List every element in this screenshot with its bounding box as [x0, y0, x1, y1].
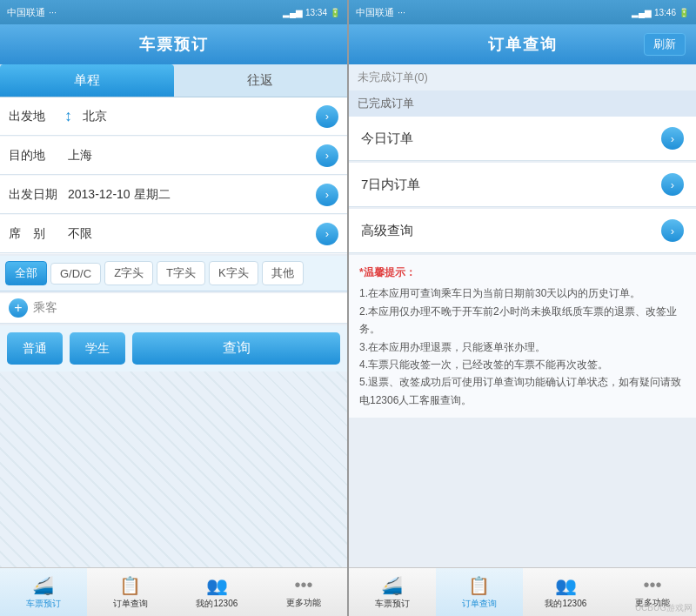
- left-time: 13:34: [305, 8, 327, 17]
- right-carrier: 中国联通: [356, 6, 394, 19]
- right-dots: ···: [398, 7, 405, 17]
- left-signal-icon: ▂▄▆: [283, 8, 303, 17]
- add-passenger-button[interactable]: +: [9, 298, 28, 318]
- form-area: 出发地 ↕ 北京 › 目的地 上海 › 出发日期 2013-12-10 星期二 …: [0, 97, 347, 254]
- filter-all[interactable]: 全部: [5, 261, 47, 285]
- right-nav-ticket-label: 车票预订: [375, 598, 410, 610]
- order-icon: 📋: [119, 575, 141, 596]
- filter-gdc[interactable]: G/D/C: [50, 263, 101, 285]
- right-nav-my-label: 我的12306: [545, 598, 586, 610]
- seat-row[interactable]: 席 别 不限 ›: [0, 215, 347, 253]
- today-orders-label: 今日订单: [361, 131, 413, 147]
- filter-t[interactable]: T字头: [157, 261, 205, 285]
- date-arrow[interactable]: ›: [316, 184, 338, 206]
- passenger-row: + 乘客: [0, 293, 347, 324]
- normal-button[interactable]: 普通: [7, 332, 63, 365]
- notice-title: *温馨提示：: [359, 264, 686, 281]
- origin-value: 北京: [76, 109, 316, 124]
- right-nav-order[interactable]: 📋 订单查询: [436, 568, 523, 616]
- origin-arrow[interactable]: ›: [316, 105, 338, 128]
- notice-line-5: 5.退票、改签成功后可使用订单查询功能确认订单状态，如有疑问请致电12306人工…: [359, 373, 686, 409]
- nav-my-12306[interactable]: 👥 我的12306: [174, 568, 261, 616]
- left-phone-panel: 中国联通 ··· ▂▄▆ 13:34 🔋 车票预订 单程 往返 出发地 ↕ 北京…: [0, 0, 347, 616]
- week-orders-label: 7日内订单: [361, 177, 420, 193]
- date-label: 出发日期: [9, 187, 61, 203]
- nav-ticket-label: 车票预订: [26, 598, 61, 610]
- origin-label: 出发地: [9, 109, 61, 124]
- watermark: UCBUG游戏网: [635, 602, 693, 614]
- nav-ticket-booking[interactable]: 🚄 车票预订: [0, 568, 87, 616]
- right-order-icon: 📋: [468, 575, 490, 596]
- right-user-icon: 👥: [555, 575, 577, 596]
- dest-row[interactable]: 目的地 上海 ›: [0, 137, 347, 175]
- seat-arrow[interactable]: ›: [316, 223, 338, 245]
- tab-oneway[interactable]: 单程: [0, 64, 174, 97]
- right-more-icon: •••: [644, 575, 662, 595]
- right-battery-icon: 🔋: [679, 8, 689, 17]
- left-dots: ···: [49, 7, 57, 17]
- week-orders-item[interactable]: 7日内订单 ›: [349, 163, 696, 207]
- notice-line-2: 2.本应用仅办理不晚于开车前2小时尚未换取纸质车票的退票、改签业务。: [359, 303, 686, 338]
- notice-line-3: 3.在本应用办理退票，只能逐单张办理。: [359, 338, 686, 356]
- filter-k[interactable]: K字头: [209, 261, 258, 285]
- left-bottom-nav: 🚄 车票预订 📋 订单查询 👥 我的12306 ••• 更多功能: [0, 567, 347, 616]
- advanced-arrow-icon: ›: [661, 219, 684, 242]
- nav-order-label: 订单查询: [113, 598, 148, 610]
- today-arrow-icon: ›: [661, 127, 684, 150]
- right-nav-my[interactable]: 👥 我的12306: [523, 568, 610, 616]
- notice-line-1: 1.在本应用可查询乘车日为当前日期前30天以内的历史订单。: [359, 285, 686, 302]
- right-title: 订单查询: [488, 34, 558, 55]
- seat-label: 席 别: [9, 226, 61, 242]
- refresh-button[interactable]: 刷新: [644, 33, 686, 56]
- right-nav-ticket[interactable]: 🚄 车票预订: [349, 568, 436, 616]
- right-title-bar: 订单查询 刷新: [349, 24, 696, 64]
- incomplete-orders-label: 未完成订单(0): [349, 64, 696, 90]
- left-title-bar: 车票预订: [0, 24, 347, 64]
- left-battery-icon: 🔋: [330, 8, 340, 17]
- top-tabs: 单程 往返: [0, 64, 347, 97]
- week-arrow-icon: ›: [661, 173, 684, 196]
- right-signal-icon: ▂▄▆: [632, 8, 652, 17]
- right-nav-order-label: 订单查询: [462, 598, 497, 610]
- tab-roundtrip[interactable]: 往返: [174, 64, 348, 97]
- advanced-query-label: 高级查询: [361, 223, 413, 239]
- left-title: 车票预订: [139, 34, 209, 55]
- complete-orders-label: 已完成订单: [349, 90, 696, 117]
- passenger-label: 乘客: [33, 300, 57, 316]
- filter-z[interactable]: Z字头: [104, 261, 153, 285]
- origin-row[interactable]: 出发地 ↕ 北京 ›: [0, 97, 347, 136]
- dest-arrow[interactable]: ›: [316, 144, 338, 167]
- advanced-query-item[interactable]: 高级查询 ›: [349, 209, 696, 253]
- right-train-icon: 🚄: [381, 575, 403, 596]
- filter-other[interactable]: 其他: [262, 261, 304, 285]
- right-phone-panel: 中国联通 ··· ▂▄▆ 13:46 🔋 订单查询 刷新 未完成订单(0) 已完…: [349, 0, 696, 616]
- left-carrier: 中国联通: [7, 6, 45, 19]
- nav-order-query[interactable]: 📋 订单查询: [87, 568, 174, 616]
- empty-area: [0, 372, 347, 567]
- user-icon: 👥: [206, 575, 228, 596]
- date-row[interactable]: 出发日期 2013-12-10 星期二 ›: [0, 176, 347, 214]
- nav-more[interactable]: ••• 更多功能: [260, 568, 347, 616]
- notice-area: *温馨提示： 1.在本应用可查询乘车日为当前日期前30天以内的历史订单。 2.本…: [349, 255, 696, 418]
- student-button[interactable]: 学生: [70, 332, 125, 365]
- right-time: 13:46: [654, 8, 676, 17]
- nav-my-label: 我的12306: [196, 598, 238, 610]
- seat-value: 不限: [61, 226, 316, 242]
- content-area: 未完成订单(0) 已完成订单 今日订单 › 7日内订单 › 高级查询 › *温馨…: [349, 64, 696, 567]
- filter-tabs: 全部 G/D/C Z字头 T字头 K字头 其他: [0, 256, 347, 291]
- train-icon: 🚄: [32, 575, 54, 596]
- dest-value: 上海: [61, 148, 316, 164]
- notice-line-4: 4.车票只能改签一次，已经改签的车票不能再次改签。: [359, 356, 686, 373]
- swap-icon[interactable]: ↕: [61, 107, 76, 125]
- search-button[interactable]: 查询: [132, 332, 340, 365]
- dest-label: 目的地: [9, 148, 61, 164]
- left-status-bar: 中国联通 ··· ▂▄▆ 13:34 🔋: [0, 0, 347, 24]
- action-row: 普通 学生 查询: [0, 325, 347, 372]
- today-orders-item[interactable]: 今日订单 ›: [349, 117, 696, 161]
- right-status-bar: 中国联通 ··· ▂▄▆ 13:46 🔋: [349, 0, 696, 24]
- nav-more-label: 更多功能: [286, 597, 321, 609]
- more-icon: •••: [295, 575, 313, 595]
- date-value: 2013-12-10 星期二: [61, 187, 316, 203]
- right-bottom-nav: 🚄 车票预订 📋 订单查询 👥 我的12306 ••• 更多功能 UCBUG游戏…: [349, 567, 696, 616]
